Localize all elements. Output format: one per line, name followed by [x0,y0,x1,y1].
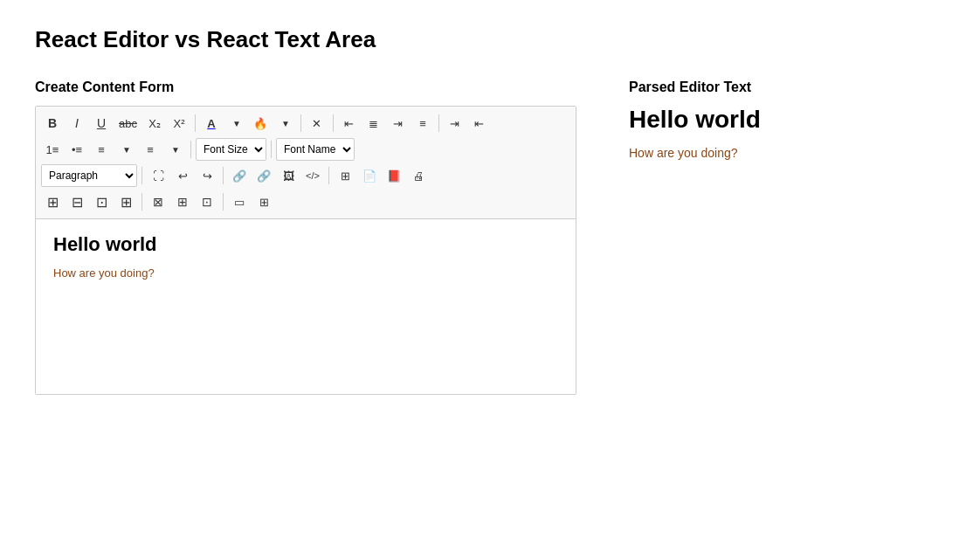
left-panel: Create Content Form B I U abc X₂ X² A ▼ … [35,79,576,395]
page-title: React Editor vs React Text Area [35,26,945,53]
bold-button[interactable]: B [41,112,64,135]
highlight-color-button[interactable]: 🔥 [249,112,272,135]
editor-container: B I U abc X₂ X² A ▼ 🔥 ▼ ✕ ⇤ ≣ ⇥ [35,106,576,395]
merge-btn-2[interactable]: ⊞ [171,190,194,213]
editor-heading: Hello world [53,233,558,256]
sep-8 [223,167,224,184]
merge-btn-1[interactable]: ⊠ [147,190,169,213]
parsed-heading: Hello world [629,106,945,134]
table-btn-2[interactable]: ⊟ [66,190,88,213]
sep-6 [271,141,272,158]
strikethrough-button[interactable]: abc [114,112,141,135]
parsed-text-label: Parsed Editor Text [629,79,945,95]
sep-3 [333,114,334,132]
eraser-button[interactable]: ✕ [306,112,328,135]
insert-pdf-button[interactable]: 📕 [383,164,405,187]
sep-1 [195,114,196,132]
redo-button[interactable]: ↪ [196,164,218,187]
insert-table-button[interactable]: ⊞ [334,164,356,187]
undo-button[interactable]: ↩ [171,164,194,187]
toolbar-row-3: Paragraph ⛶ ↩ ↪ 🔗 🔗 🖼 </> ⊞ 📄 📕 🖨 [41,162,570,189]
unordered-list-1-button[interactable]: ≡ [90,138,113,161]
sep-11 [223,193,224,211]
toolbar-row-4: ⊞ ⊟ ⊡ ⊞ ⊠ ⊞ ⊡ ▭ ⊞ [41,189,570,215]
list-dropdown-1[interactable]: ▼ [114,138,137,161]
editor-paragraph: How are you doing? [53,266,558,280]
editor-toolbar: B I U abc X₂ X² A ▼ 🔥 ▼ ✕ ⇤ ≣ ⇥ [36,107,576,219]
italic-button[interactable]: I [66,112,88,135]
font-name-select[interactable]: Font Name [276,138,355,161]
superscript-button[interactable]: X² [168,112,190,135]
align-left-button[interactable]: ⇤ [338,112,361,135]
indent-in-button[interactable]: ⇥ [444,112,466,135]
main-layout: Create Content Form B I U abc X₂ X² A ▼ … [35,79,945,395]
ordered-list-2-button[interactable]: •≡ [66,138,88,161]
create-form-label: Create Content Form [35,79,576,95]
underline-button[interactable]: U [90,112,113,135]
list-dropdown-2[interactable]: ▼ [163,138,186,161]
editor-body[interactable]: Hello world How are you doing? [36,219,576,394]
toolbar-row-1: B I U abc X₂ X² A ▼ 🔥 ▼ ✕ ⇤ ≣ ⇥ [41,110,570,136]
align-justify-button[interactable]: ≡ [411,112,434,135]
cell-btn-2[interactable]: ⊞ [252,190,275,213]
sep-4 [438,114,439,132]
align-right-button[interactable]: ⇥ [387,112,410,135]
sep-9 [328,167,329,184]
table-btn-3[interactable]: ⊡ [90,190,113,213]
highlight-dropdown[interactable]: ▼ [273,112,296,135]
sep-2 [300,114,301,132]
toolbar-row-2: 1≡ •≡ ≡ ▼ ≡ ▼ Font Size Font Name [41,136,570,162]
font-size-select[interactable]: Font Size [196,138,266,161]
print-button[interactable]: 🖨 [407,164,430,187]
parsed-paragraph: How are you doing? [629,146,945,160]
unordered-list-2-button[interactable]: ≡ [139,138,162,161]
sep-10 [141,193,142,211]
align-center-button[interactable]: ≣ [362,112,385,135]
remove-link-button[interactable]: 🔗 [252,164,275,187]
table-btn-4[interactable]: ⊞ [114,190,137,213]
right-panel: Parsed Editor Text Hello world How are y… [629,79,945,160]
ordered-list-1-button[interactable]: 1≡ [41,138,64,161]
table-btn-1[interactable]: ⊞ [41,190,64,213]
sep-7 [141,167,142,184]
subscript-button[interactable]: X₂ [143,112,166,135]
code-view-button[interactable]: </> [301,164,324,187]
font-color-dropdown[interactable]: ▼ [224,112,247,135]
cell-btn-1[interactable]: ▭ [228,190,251,213]
insert-image-button[interactable]: 🖼 [277,164,300,187]
fullscreen-button[interactable]: ⛶ [147,164,169,187]
insert-link-button[interactable]: 🔗 [228,164,251,187]
indent-out-button[interactable]: ⇤ [468,112,491,135]
merge-btn-3[interactable]: ⊡ [196,190,218,213]
insert-file-button[interactable]: 📄 [358,164,381,187]
font-color-button[interactable]: A [200,112,223,135]
paragraph-format-select[interactable]: Paragraph [41,164,137,187]
sep-5 [190,141,191,158]
